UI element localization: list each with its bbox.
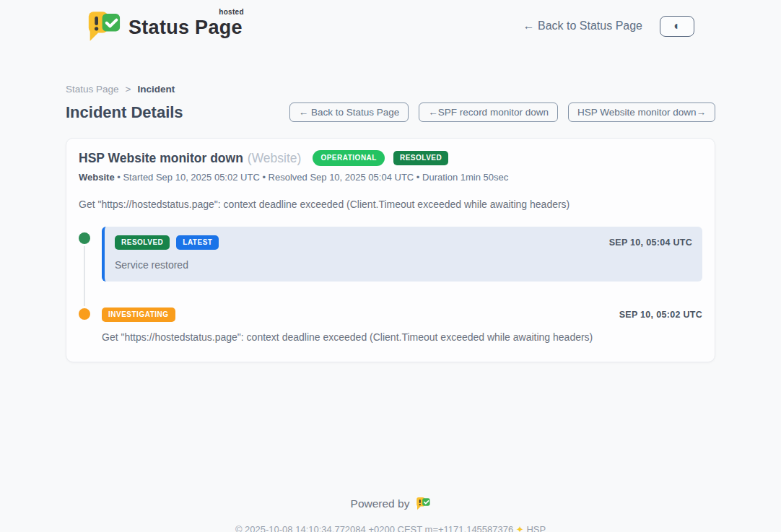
- meta-separator: •: [262, 172, 266, 183]
- timeline-message: Get "https://hostedstatus.page": context…: [102, 331, 702, 343]
- copyright-text: © 2025-10-08 14:10:34.772084 +0200 CEST …: [235, 524, 513, 532]
- incident-nav-buttons: ← Back to Status Page ←SPF record monito…: [289, 103, 715, 122]
- incident-card: HSP Website monitor down (Website) OPERA…: [66, 138, 715, 362]
- logo-title: Status Page hosted: [128, 10, 243, 39]
- copyright-line: © 2025-10-08 14:10:34.772084 +0200 CEST …: [0, 524, 781, 532]
- theme-toggle-button[interactable]: ◐: [660, 16, 694, 37]
- header-actions: ← Back to Status Page ◐: [523, 16, 694, 37]
- incident-meta: Website • Started Sep 10, 2025 05:02 UTC…: [79, 172, 702, 183]
- timeline-item-investigating: INVESTIGATING SEP 10, 05:02 UTC Get "htt…: [79, 308, 702, 343]
- incident-component: (Website): [248, 151, 302, 166]
- timeline-dot-orange: [79, 308, 90, 320]
- operational-badge: OPERATIONAL: [313, 150, 385, 166]
- powered-by[interactable]: Powered by: [351, 497, 431, 510]
- powered-by-label: Powered by: [351, 497, 410, 510]
- meta-duration: Duration 1min 50sec: [422, 172, 508, 183]
- investigating-status-badge: INVESTIGATING: [102, 308, 175, 322]
- timeline-dot-green: [79, 232, 90, 244]
- footer: Powered by © 2025-10-08 14:10:34.772084 …: [0, 497, 781, 532]
- timeline-timestamp: SEP 10, 05:04 UTC: [609, 237, 692, 248]
- resolved-badge: RESOLVED: [393, 151, 448, 165]
- logo-superscript: hosted: [219, 8, 244, 16]
- header: Status Page hosted ← Back to Status Page…: [87, 0, 694, 42]
- breadcrumb: Status Page > Incident: [66, 84, 715, 95]
- incident-timeline: RESOLVED LATEST SEP 10, 05:04 UTC Servic…: [79, 227, 702, 343]
- meta-started: Started Sep 10, 2025 05:02 UTC: [123, 172, 259, 183]
- resolved-status-badge: RESOLVED: [115, 235, 170, 250]
- timeline-item-resolved: RESOLVED LATEST SEP 10, 05:04 UTC Servic…: [79, 227, 702, 282]
- breadcrumb-separator: >: [126, 84, 131, 95]
- status-page-logo[interactable]: Status Page hosted: [87, 10, 243, 42]
- incident-description: Get "https://hostedstatus.page": context…: [79, 199, 702, 210]
- meta-resolved: Resolved Sep 10, 2025 05:04 UTC: [269, 172, 414, 183]
- next-incident-button[interactable]: HSP Website monitor down→: [568, 103, 715, 122]
- timeline-latest-box: RESOLVED LATEST SEP 10, 05:04 UTC Servic…: [102, 227, 702, 282]
- prev-incident-button[interactable]: ←SPF record monitor down: [419, 103, 558, 122]
- footer-brand: HSP: [526, 524, 546, 532]
- back-to-status-page-button[interactable]: ← Back to Status Page: [289, 103, 409, 122]
- timeline-message: Service restored: [115, 259, 692, 271]
- main-content: Status Page > Incident Incident Details …: [66, 84, 715, 362]
- meta-component: Website: [79, 172, 115, 183]
- breadcrumb-root[interactable]: Status Page: [66, 84, 119, 95]
- breadcrumb-current: Incident: [137, 84, 175, 95]
- logo-bubble-icon: [87, 10, 121, 42]
- header-back-link[interactable]: ← Back to Status Page: [523, 19, 642, 32]
- latest-badge: LATEST: [176, 235, 219, 250]
- footer-logo-icon: [416, 497, 430, 510]
- sparkles-icon: ✦: [516, 524, 524, 532]
- meta-separator: •: [117, 172, 121, 183]
- timeline-timestamp: SEP 10, 05:02 UTC: [619, 310, 702, 320]
- meta-separator: •: [416, 172, 420, 183]
- half-circle-icon: ◐: [673, 20, 681, 32]
- page-title: Incident Details: [66, 103, 183, 122]
- incident-title: HSP Website monitor down: [79, 151, 243, 166]
